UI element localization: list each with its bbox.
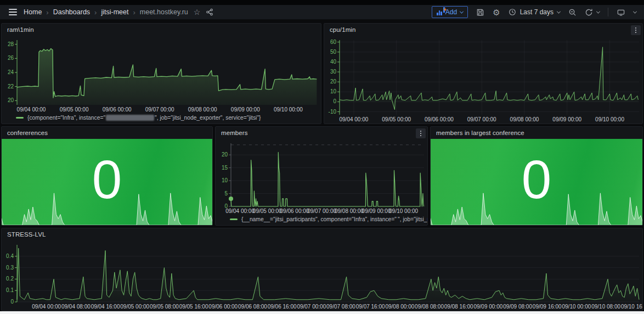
panel-title-ram[interactable]: ram\1min [7, 26, 34, 33]
panel-title-cpu[interactable]: cpu/1min [330, 26, 355, 33]
panel-ram: ram\1min 202224262809/04 00:0009/05 00:0… [1, 23, 321, 124]
svg-text:09/10 00:00: 09/10 00:00 [389, 208, 418, 214]
ram-chart[interactable]: 202224262809/04 00:0009/05 00:0009/06 00… [2, 36, 321, 114]
legend-text-suffix: ", job="jitsi_node_export... [398, 216, 427, 222]
redacted-instance-value [106, 115, 154, 121]
cpu-chart[interactable]: -10010203040506009/04 00:0009/05 00:0009… [324, 36, 642, 124]
svg-text:09/09 08:00: 09/09 08:00 [503, 304, 532, 310]
svg-text:09/10 08:00: 09/10 08:00 [591, 304, 620, 310]
ram-legend[interactable]: {component="Infra", instance="", job="ji… [2, 114, 321, 124]
save-icon[interactable] [476, 8, 484, 16]
svg-text:26: 26 [8, 55, 14, 61]
breadcrumb-current[interactable]: meet.hostkey.ru [140, 8, 188, 16]
svg-text:15: 15 [222, 165, 228, 171]
svg-text:24: 24 [8, 69, 14, 75]
svg-text:0.3: 0.3 [6, 265, 14, 271]
svg-text:09/09 00:00: 09/09 00:00 [231, 106, 260, 113]
svg-text:09/07 00:00: 09/07 00:00 [145, 106, 174, 113]
window-top-strip [0, 0, 644, 5]
svg-text:60: 60 [330, 39, 337, 45]
legend-series-mark [230, 218, 238, 220]
svg-text:09/08 00:00: 09/08 00:00 [188, 106, 217, 113]
svg-text:09/04 16:00: 09/04 16:00 [91, 304, 120, 310]
svg-text:09/09 00:00: 09/09 00:00 [362, 208, 391, 214]
svg-text:09/07 00:00: 09/07 00:00 [467, 116, 496, 122]
panel-title-members[interactable]: members [221, 130, 248, 136]
largest-conference-sparkline [431, 187, 642, 225]
svg-text:09/10 00:00: 09/10 00:00 [562, 304, 591, 310]
svg-text:20: 20 [330, 78, 337, 85]
svg-text:09/06 00:00: 09/06 00:00 [280, 208, 309, 214]
svg-text:09/04 00:00: 09/04 00:00 [225, 208, 255, 214]
dashboard-grid: ram\1min 202224262809/04 00:0009/05 00:0… [0, 20, 644, 311]
svg-text:40: 40 [330, 59, 337, 65]
panel-stress-lvl: STRESS-LVL 00.10.20.30.409/04 00:0009/04… [1, 228, 643, 311]
svg-text:09/04 00:00: 09/04 00:00 [340, 116, 369, 122]
svg-text:09/06 00:00: 09/06 00:00 [425, 116, 454, 122]
breadcrumb-folder[interactable]: jitsi-meet [101, 8, 128, 16]
svg-text:09/05 00:00: 09/05 00:00 [120, 304, 149, 310]
members-legend[interactable]: {__name__="jitsi_participants", componen… [216, 215, 427, 225]
chevron-down-icon [460, 9, 464, 13]
svg-text:09/07 16:00: 09/07 16:00 [356, 304, 385, 310]
svg-text:0: 0 [10, 299, 14, 305]
star-icon[interactable]: ☆ [194, 8, 201, 16]
time-range-label: Last 7 days [520, 8, 553, 16]
svg-text:22: 22 [8, 83, 14, 89]
clock-icon [509, 8, 516, 16]
svg-text:09/09 00:00: 09/09 00:00 [473, 304, 502, 310]
svg-text:09/10 00:00: 09/10 00:00 [595, 116, 624, 122]
window-bottom-strip [0, 311, 644, 314]
grafana-dashboard: Home › Dashboards › jitsi-meet › meet.ho… [0, 0, 644, 314]
panel-conferences: confererences 0 [1, 126, 213, 226]
svg-text:09/04 08:00: 09/04 08:00 [61, 304, 91, 310]
largest-conference-stat[interactable]: 0 [431, 139, 642, 225]
legend-text-suffix: ", job="jitsi_node_exporter", service="j… [155, 115, 261, 121]
svg-text:30: 30 [330, 69, 337, 75]
svg-text:0.2: 0.2 [6, 276, 14, 282]
add-button-label: Add [445, 8, 457, 16]
breadcrumb-dashboards[interactable]: Dashboards [53, 8, 90, 16]
panel-cpu: cpu/1min -10010203040506009/04 00:0009/0… [324, 23, 643, 124]
menu-icon[interactable] [8, 8, 18, 16]
svg-text:10: 10 [222, 177, 228, 183]
svg-text:5: 5 [224, 190, 228, 197]
chevron-down-icon [557, 9, 561, 13]
svg-text:0.1: 0.1 [6, 287, 14, 293]
breadcrumb-home[interactable]: Home [24, 8, 42, 16]
svg-text:-10: -10 [329, 109, 337, 115]
svg-text:09/08 00:00: 09/08 00:00 [510, 116, 539, 122]
panel-title-stress[interactable]: STRESS-LVL [7, 231, 46, 238]
svg-text:0.4: 0.4 [6, 253, 14, 259]
svg-text:09/09 16:00: 09/09 16:00 [533, 304, 562, 310]
settings-gear-icon[interactable]: ⚙ [493, 8, 500, 16]
svg-text:09/05 00:00: 09/05 00:00 [60, 106, 89, 113]
refresh-icon [585, 8, 593, 16]
svg-text:09/05 00:00: 09/05 00:00 [253, 208, 282, 214]
svg-text:09/10 16:00: 09/10 16:00 [621, 304, 642, 310]
svg-text:09/06 00:00: 09/06 00:00 [103, 106, 132, 113]
svg-text:09/07 08:00: 09/07 08:00 [326, 304, 355, 310]
panel-menu-icon[interactable] [416, 128, 426, 138]
panel-members-largest-conference: members in largest conference 0 [430, 126, 643, 226]
svg-text:09/08 00:00: 09/08 00:00 [335, 208, 364, 214]
share-icon[interactable] [206, 8, 213, 16]
panel-title-largest[interactable]: members in largest conference [436, 130, 524, 136]
nav-bar: Home › Dashboards › jitsi-meet › meet.ho… [0, 5, 644, 20]
zoom-out-icon[interactable] [568, 8, 577, 16]
tv-mode-icon[interactable] [617, 8, 625, 16]
chevron-down-icon [596, 9, 600, 13]
time-range-picker[interactable]: Last 7 days [509, 8, 560, 16]
panel-title-conferences[interactable]: confererences [7, 130, 48, 136]
stress-chart[interactable]: 00.10.20.30.409/04 00:0009/04 08:0009/04… [2, 240, 642, 311]
panel-menu-icon[interactable] [631, 25, 641, 35]
svg-text:28: 28 [8, 41, 14, 47]
breadcrumb-separator: › [133, 8, 135, 16]
svg-text:09/04 00:00: 09/04 00:00 [32, 304, 61, 310]
refresh-picker[interactable] [585, 8, 600, 16]
members-chart[interactable]: 0510152009/04 00:0009/05 00:0009/06 00:0… [216, 139, 427, 215]
add-button[interactable]: + Add [432, 6, 468, 18]
conferences-stat[interactable]: 0 [2, 139, 212, 225]
chevron-down-icon[interactable] [633, 9, 637, 13]
breadcrumb-separator: › [46, 8, 48, 16]
